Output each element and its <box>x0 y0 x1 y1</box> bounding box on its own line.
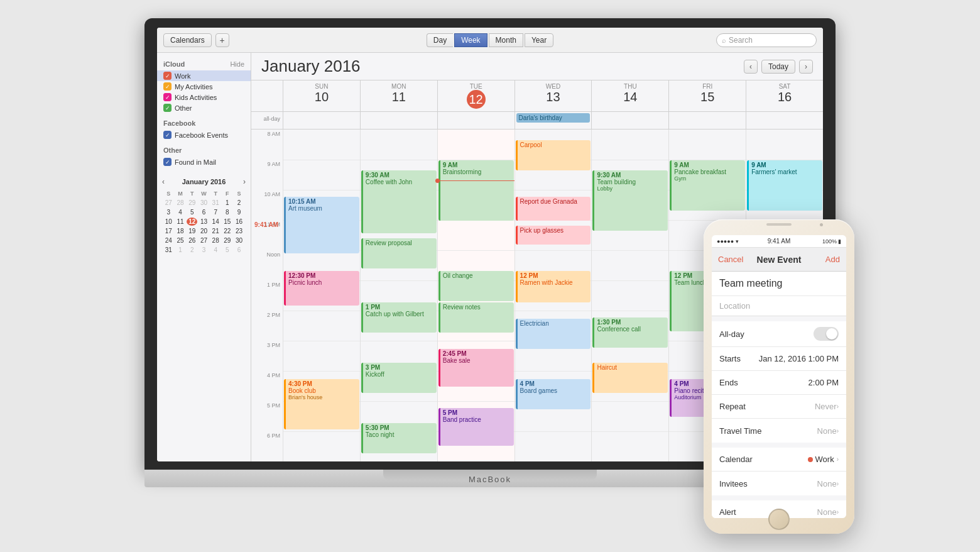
my-activities-checkbox[interactable]: ✓ <box>163 82 172 91</box>
mini-day[interactable]: 26 <box>187 236 197 245</box>
mini-day[interactable]: 7 <box>210 208 221 216</box>
review-notes-event[interactable]: Review notes <box>438 302 514 333</box>
calendar-row[interactable]: Calendar Work › <box>712 448 846 472</box>
mini-day[interactable]: 30 <box>234 236 244 245</box>
mini-day[interactable]: 2 <box>187 246 197 254</box>
ends-row[interactable]: Ends 2:00 PM <box>712 371 846 395</box>
hide-link[interactable]: Hide <box>230 60 244 68</box>
add-calendar-button[interactable]: + <box>215 33 229 47</box>
sidebar-item-found-in-mail[interactable]: ✓ Found in Mail <box>157 157 251 167</box>
electrician-event[interactable]: Electrician <box>516 319 591 349</box>
mini-day[interactable]: 24 <box>163 236 174 245</box>
all-day-toggle[interactable] <box>814 327 839 341</box>
carpool-event[interactable]: Carpool <box>516 140 591 170</box>
mini-day[interactable]: 25 <box>175 236 186 245</box>
team-building-event[interactable]: 9:30 AM Team building Lobby <box>592 170 668 231</box>
mini-day[interactable]: 31 <box>210 199 221 207</box>
iphone-home-button[interactable] <box>768 509 790 530</box>
found-in-mail-checkbox[interactable]: ✓ <box>163 158 172 166</box>
mini-day[interactable]: 6 <box>234 246 244 254</box>
art-museum-event[interactable]: 10:15 AM Art museum <box>284 197 359 253</box>
month-view-button[interactable]: Month <box>489 33 523 47</box>
bake-sale-event[interactable]: 2:45 PM Bake sale <box>438 349 514 387</box>
mini-day[interactable]: 2 <box>234 199 244 207</box>
event-title-input[interactable]: Team meeting <box>712 272 846 295</box>
calendars-button[interactable]: Calendars <box>163 33 212 47</box>
farmers-market-event[interactable]: 9 AM Farmers' market <box>747 160 822 211</box>
mini-day[interactable]: 1 <box>222 199 233 207</box>
work-checkbox[interactable]: ✓ <box>163 72 172 80</box>
today-button[interactable]: Today <box>761 60 795 74</box>
mini-day[interactable]: 18 <box>175 227 186 235</box>
sidebar-item-my-activities[interactable]: ✓ My Activities <box>157 81 251 92</box>
repeat-row[interactable]: Repeat Never › <box>712 395 846 419</box>
prev-button[interactable]: ‹ <box>744 60 758 74</box>
iphone-cancel-button[interactable]: Cancel <box>718 255 749 264</box>
mini-day[interactable]: 4 <box>210 246 221 254</box>
mini-day[interactable]: 30 <box>199 199 209 207</box>
mini-day[interactable]: 23 <box>234 227 244 235</box>
mini-day[interactable]: 6 <box>199 208 209 216</box>
mini-day[interactable]: 31 <box>163 246 174 254</box>
mini-day[interactable]: 17 <box>163 227 174 235</box>
pick-up-glasses-event[interactable]: Pick up glasses <box>516 226 591 245</box>
mini-day[interactable]: 3 <box>163 208 174 216</box>
location-input[interactable]: Location <box>712 295 846 316</box>
book-club-event[interactable]: 4:30 PM Book club Brian's house <box>284 379 359 429</box>
report-due-event[interactable]: Report due Granada <box>516 197 591 221</box>
invitees-row[interactable]: Invitees None › <box>712 472 846 495</box>
oil-change-event[interactable]: Oil change <box>438 271 514 301</box>
mini-today[interactable]: 12 <box>187 218 197 226</box>
mini-day[interactable]: 5 <box>222 246 233 254</box>
starts-row[interactable]: Starts Jan 12, 2016 1:00 PM <box>712 347 846 371</box>
mini-next-button[interactable]: › <box>243 177 246 186</box>
year-view-button[interactable]: Year <box>525 33 553 47</box>
mini-day[interactable]: 29 <box>187 199 197 207</box>
brainstorming-event[interactable]: 9 AM Brainstorming <box>438 160 514 221</box>
conference-call-event[interactable]: 1:30 PM Conference call <box>592 317 668 348</box>
coffee-with-john-event[interactable]: 9:30 AM Coffee with John <box>361 170 437 233</box>
kickoff-event[interactable]: 3 PM Kickoff <box>361 363 437 393</box>
next-button[interactable]: › <box>799 60 813 74</box>
review-proposal-event[interactable]: Review proposal <box>361 238 437 268</box>
sidebar-item-other[interactable]: ✓ Other <box>157 102 251 113</box>
mini-prev-button[interactable]: ‹ <box>162 177 165 186</box>
mini-day[interactable]: 16 <box>234 218 244 226</box>
band-practice-event[interactable]: 5 PM Band practice <box>438 408 514 446</box>
travel-time-row[interactable]: Travel Time None › <box>712 419 846 443</box>
mini-day[interactable]: 9 <box>234 208 244 216</box>
sidebar-item-kids-activities[interactable]: ✓ Kids Activities <box>157 92 251 102</box>
mini-day[interactable]: 1 <box>175 246 186 254</box>
mini-day[interactable]: 22 <box>222 227 233 235</box>
darlas-birthday-event[interactable]: Darla's birthday <box>516 113 591 123</box>
picnic-lunch-event[interactable]: 12:30 PM Picnic lunch <box>284 271 359 306</box>
mini-day[interactable]: 13 <box>199 218 209 226</box>
mini-day[interactable]: 28 <box>175 199 186 207</box>
search-box[interactable]: ⌕ Search <box>716 33 817 47</box>
mini-day[interactable]: 15 <box>222 218 233 226</box>
catchup-gilbert-event[interactable]: 1 PM Catch up with Gilbert <box>361 302 437 333</box>
day-view-button[interactable]: Day <box>427 33 453 47</box>
mini-day[interactable]: 27 <box>163 199 174 207</box>
mini-day[interactable]: 10 <box>163 218 174 226</box>
mini-day[interactable]: 4 <box>175 208 186 216</box>
haircut-event[interactable]: Haircut <box>592 363 668 393</box>
mini-day[interactable]: 8 <box>222 208 233 216</box>
board-games-event[interactable]: 4 PM Board games <box>516 379 591 409</box>
facebook-events-checkbox[interactable]: ✓ <box>163 131 172 139</box>
mini-day[interactable]: 3 <box>199 246 209 254</box>
mini-day[interactable]: 21 <box>210 227 221 235</box>
sidebar-item-facebook-events[interactable]: ✓ Facebook Events <box>157 130 251 140</box>
iphone-add-button[interactable]: Add <box>810 255 841 264</box>
ramen-jackie-event[interactable]: 12 PM Ramen with Jackie <box>516 271 591 302</box>
pancake-breakfast-event[interactable]: 9 AM Pancake breakfast Gym <box>670 160 745 211</box>
week-view-button[interactable]: Week <box>454 33 487 47</box>
mini-day[interactable]: 29 <box>222 236 233 245</box>
mini-day[interactable]: 27 <box>199 236 209 245</box>
mini-day[interactable]: 28 <box>210 236 221 245</box>
mini-day[interactable]: 14 <box>210 218 221 226</box>
taco-night-event[interactable]: 5:30 PM Taco night <box>361 423 437 453</box>
mini-day[interactable]: 20 <box>199 227 209 235</box>
mini-day[interactable]: 19 <box>187 227 197 235</box>
sidebar-item-work[interactable]: ✓ Work <box>157 70 251 81</box>
